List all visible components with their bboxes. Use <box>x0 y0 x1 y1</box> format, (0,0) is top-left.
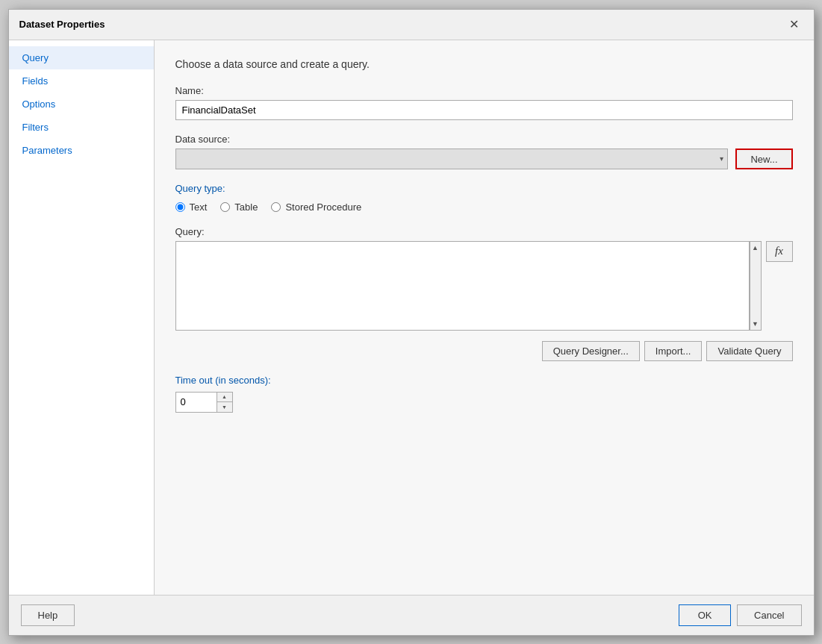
sidebar-item-fields[interactable]: Fields <box>9 69 154 93</box>
sidebar-item-options[interactable]: Options <box>9 93 154 116</box>
query-designer-button[interactable]: Query Designer... <box>542 341 640 361</box>
new-datasource-button[interactable]: New... <box>735 149 792 169</box>
radio-table-input[interactable] <box>220 202 230 212</box>
fx-button[interactable]: fx <box>766 241 793 262</box>
radio-table-label[interactable]: Table <box>234 201 258 213</box>
scroll-down-icon[interactable]: ▼ <box>750 318 761 330</box>
close-button[interactable]: ✕ <box>785 17 803 32</box>
ok-button[interactable]: OK <box>679 604 731 626</box>
radio-stored-label[interactable]: Stored Procedure <box>285 201 361 213</box>
spinner-up-button[interactable]: ▲ <box>217 393 232 403</box>
query-type-label: Query type: <box>175 183 793 194</box>
dataset-properties-dialog: Dataset Properties ✕ Query Fields Option… <box>8 9 815 636</box>
query-action-buttons: Query Designer... Import... Validate Que… <box>175 341 793 361</box>
radio-text-label[interactable]: Text <box>190 201 208 213</box>
timeout-row: ▲ ▼ <box>175 392 793 413</box>
sidebar-item-query[interactable]: Query <box>9 46 154 69</box>
sidebar: Query Fields Options Filters Parameters <box>9 40 155 595</box>
query-scrollbar: ▲ ▼ <box>750 241 762 331</box>
timeout-spinner: ▲ ▼ <box>217 392 233 413</box>
radio-text-option[interactable]: Text <box>175 201 208 213</box>
scroll-up-icon[interactable]: ▲ <box>750 242 761 254</box>
radio-text-input[interactable] <box>175 202 185 212</box>
section-description: Choose a data source and create a query. <box>175 58 793 70</box>
sidebar-item-parameters[interactable]: Parameters <box>9 139 154 162</box>
name-label: Name: <box>175 85 793 96</box>
datasource-wrapper: ▾ <box>175 149 729 169</box>
sidebar-item-filters[interactable]: Filters <box>9 116 154 139</box>
radio-stored-input[interactable] <box>271 202 281 212</box>
import-button[interactable]: Import... <box>644 341 703 361</box>
query-type-radio-group: Text Table Stored Procedure <box>175 201 793 213</box>
main-content: Choose a data source and create a query.… <box>155 40 814 595</box>
radio-stored-option[interactable]: Stored Procedure <box>271 201 361 213</box>
spinner-down-button[interactable]: ▼ <box>217 402 232 412</box>
radio-table-option[interactable]: Table <box>220 201 258 213</box>
validate-query-button[interactable]: Validate Query <box>706 341 792 361</box>
datasource-label: Data source: <box>175 134 793 145</box>
dialog-footer: Help OK Cancel <box>9 595 814 635</box>
dialog-body: Query Fields Options Filters Parameters … <box>9 40 814 595</box>
timeout-label: Time out (in seconds): <box>175 375 793 386</box>
name-input[interactable] <box>175 100 793 120</box>
title-bar: Dataset Properties ✕ <box>9 10 814 40</box>
dialog-title: Dataset Properties <box>19 19 105 30</box>
footer-right-buttons: OK Cancel <box>679 604 801 626</box>
query-label: Query: <box>175 226 793 237</box>
cancel-button[interactable]: Cancel <box>737 604 801 626</box>
query-textarea-container: ▲ ▼ <box>175 241 762 331</box>
datasource-row: ▾ New... <box>175 149 793 169</box>
timeout-input[interactable] <box>175 392 217 413</box>
help-button[interactable]: Help <box>21 604 75 626</box>
query-area-wrapper: ▲ ▼ fx <box>175 241 793 331</box>
query-textarea[interactable] <box>175 241 750 331</box>
datasource-select[interactable] <box>175 149 729 169</box>
